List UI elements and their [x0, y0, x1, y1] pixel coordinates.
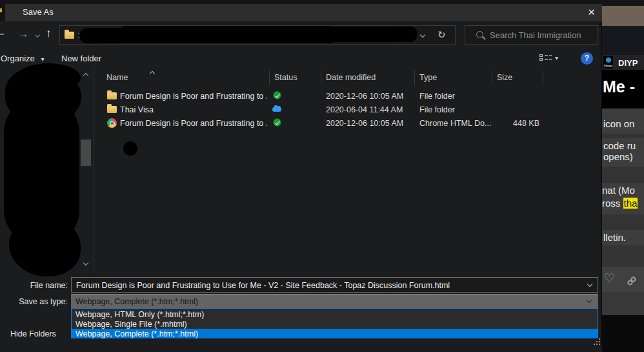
- file-type: Chrome HTML Do...: [419, 119, 491, 128]
- file-type: File folder: [419, 105, 455, 114]
- background-gap-4: [602, 245, 644, 267]
- file-date: 2020-12-06 10:05 AM: [326, 92, 403, 101]
- file-size: 448 KB: [497, 119, 539, 128]
- file-name: Forum Design is Poor and Frustrating to …: [120, 92, 267, 101]
- background-folder-sliver: [0, 8, 2, 12]
- refresh-icon[interactable]: ↻: [438, 29, 446, 41]
- column-divider[interactable]: [321, 70, 321, 85]
- chrome-file-icon: [107, 118, 117, 128]
- background-text-band-3: nat (Mo ross tha: [602, 183, 644, 214]
- dropdown-option-label: Webpage, Complete (*.htm;*.html): [75, 329, 198, 338]
- highlighted-text: tha: [623, 198, 638, 209]
- save-as-type-chevron-icon[interactable]: [587, 298, 592, 303]
- background-dark-band: [602, 26, 644, 55]
- scrollbar-thumb[interactable]: [81, 140, 91, 166]
- organize-label: Organize: [1, 54, 35, 63]
- background-text-5a: ross: [602, 198, 623, 209]
- save-as-type-select[interactable]: Webpage, Complete (*.htm;*.html): [71, 294, 598, 308]
- resize-grip[interactable]: [594, 344, 595, 345]
- link-icon: [624, 272, 640, 288]
- scrollbar-down-icon[interactable]: [83, 260, 88, 265]
- redaction-dot: [123, 141, 137, 156]
- background-bottom-band: [602, 315, 644, 352]
- save-as-type-dropdown: Webpage, HTML Only (*.html;*.htm) Webpag…: [71, 308, 598, 338]
- dropdown-option-label: Webpage, HTML Only (*.html;*.htm): [75, 310, 204, 319]
- close-button[interactable]: ×: [581, 4, 602, 21]
- onedrive-synced-icon: [273, 118, 281, 127]
- file-type: File folder: [419, 92, 455, 101]
- column-divider[interactable]: [269, 70, 270, 85]
- search-box[interactable]: Search Thai Immigration: [465, 25, 598, 45]
- background-text-3: opens): [603, 151, 633, 162]
- background-toolbar-fragment: Photo DIYP: [602, 55, 644, 70]
- folder-icon: [107, 106, 117, 113]
- file-name-value: Forum Design is Poor and Frustrating to …: [76, 281, 450, 290]
- column-header-size[interactable]: Size: [497, 73, 512, 82]
- file-name-input[interactable]: Forum Design is Poor and Frustrating to …: [71, 277, 598, 293]
- background-text-1: icon on: [603, 118, 634, 129]
- search-placeholder: Search Thai Immigration: [490, 31, 581, 41]
- background-gap-1: [602, 134, 644, 138]
- background-text-5: ross tha: [602, 198, 638, 209]
- background-page-title: Me -: [603, 78, 635, 96]
- back-button-fragment[interactable]: [0, 34, 4, 35]
- photo-app-icon-label: Photo: [603, 64, 613, 68]
- background-window-strip: [602, 0, 644, 6]
- dropdown-option-html-only[interactable]: Webpage, HTML Only (*.html;*.htm): [72, 309, 598, 319]
- column-header-name[interactable]: Name: [106, 73, 128, 82]
- file-name: Forum Design is Poor and Frustrating to …: [120, 119, 267, 128]
- history-chevron-icon[interactable]: [35, 32, 40, 37]
- background-text-6: lletin.: [603, 232, 626, 243]
- background-gap-3: [602, 214, 644, 230]
- dropdown-option-complete-selected[interactable]: Webpage, Complete (*.htm;*.html): [72, 329, 598, 338]
- file-name-label: File name:: [0, 281, 68, 290]
- up-button[interactable]: ↑: [46, 27, 52, 40]
- heart-icon: ♡: [604, 271, 615, 285]
- address-folder-icon: [65, 32, 74, 39]
- background-text-4: nat (Mo: [602, 185, 635, 196]
- organize-button[interactable]: Organize ▾: [1, 54, 44, 64]
- column-divider[interactable]: [492, 70, 492, 85]
- column-header-status[interactable]: Status: [274, 73, 297, 82]
- titlebar: Save As ×: [5, 4, 602, 21]
- sort-ascending-icon: [150, 71, 155, 76]
- screenshot-root: Photo DIYP Me - icon on code ru opens) n…: [0, 0, 644, 352]
- views-caret-icon[interactable]: ▾: [555, 54, 558, 61]
- new-folder-button[interactable]: New folder: [61, 54, 101, 64]
- background-action-band: ♡: [602, 267, 644, 292]
- search-icon: [476, 31, 483, 38]
- background-page-title-band: Me -: [602, 70, 644, 109]
- background-text-2: code ru: [603, 140, 636, 151]
- folder-icon: [107, 92, 117, 99]
- file-name: Thai Visa: [120, 105, 267, 114]
- scrollbar-up-icon[interactable]: [83, 73, 88, 78]
- onedrive-synced-icon: [273, 91, 281, 99]
- file-name-dropdown-chevron-icon[interactable]: [587, 282, 592, 287]
- address-bar[interactable]: ↻: [59, 25, 456, 45]
- views-icon[interactable]: [539, 54, 552, 64]
- sidebar-redaction: [9, 216, 81, 276]
- dialog-title: Save As: [23, 8, 54, 17]
- save-as-type-value: Webpage, Complete (*.htm;*.html): [75, 297, 198, 306]
- column-header-type[interactable]: Type: [419, 73, 437, 82]
- background-gap-5: [602, 292, 644, 315]
- onedrive-cloud-icon: [272, 107, 281, 112]
- background-brand-text: DIYP: [618, 58, 638, 68]
- help-button[interactable]: ?: [581, 52, 593, 65]
- address-dropdown-chevron-icon[interactable]: [420, 32, 425, 37]
- organize-caret-icon: ▾: [41, 56, 44, 63]
- column-header-date-modified[interactable]: Date modified: [326, 73, 376, 82]
- dropdown-option-single-file[interactable]: Webpage, Single File (*.mhtml): [72, 319, 598, 329]
- column-divider[interactable]: [414, 70, 415, 85]
- background-gap-2: [602, 167, 644, 183]
- forward-button[interactable]: →: [18, 28, 29, 41]
- background-text-band-2: code ru opens): [602, 138, 644, 167]
- background-image-fragment: [602, 6, 644, 26]
- background-text-band-4: lletin.: [602, 230, 644, 245]
- photo-app-icon: Photo: [603, 56, 613, 68]
- file-date: 2020-12-06 10:05 AM: [326, 119, 403, 128]
- column-divider[interactable]: [543, 70, 543, 85]
- hide-folders-button[interactable]: Hide Folders: [10, 329, 56, 338]
- address-redaction-2: [118, 26, 337, 43]
- background-text-band-1: icon on: [602, 109, 644, 134]
